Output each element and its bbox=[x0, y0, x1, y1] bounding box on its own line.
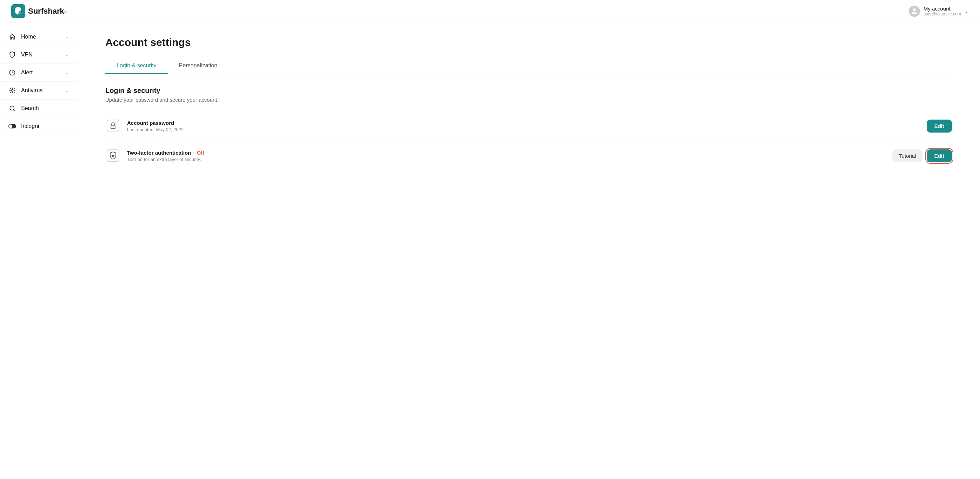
svg-point-3 bbox=[10, 106, 14, 110]
antivirus-icon bbox=[8, 87, 16, 94]
two-factor-subtitle: Turn on for an extra layer of security. bbox=[127, 157, 892, 162]
logo-text: Surfshark bbox=[28, 7, 64, 16]
password-lock-icon bbox=[105, 118, 121, 133]
account-chevron-icon: ⌄ bbox=[964, 8, 969, 14]
home-icon bbox=[8, 33, 16, 41]
sidebar-item-home-label: Home bbox=[21, 34, 36, 40]
alert-chevron-icon: ⌄ bbox=[65, 70, 68, 75]
security-section: Login & security Update your password an… bbox=[105, 87, 952, 170]
tutorial-button[interactable]: Tutorial bbox=[892, 149, 922, 162]
svg-point-2 bbox=[11, 90, 13, 92]
header: Surfshark® My account user@example.com ⌄ bbox=[0, 0, 980, 22]
two-factor-card: Two-factor authentication · Off Turn on … bbox=[105, 141, 952, 170]
password-title: Account password bbox=[127, 120, 927, 126]
sidebar-item-alert-label: Alert bbox=[21, 70, 33, 76]
two-factor-title: Two-factor authentication · Off bbox=[127, 150, 892, 156]
tab-personalization[interactable]: Personalization bbox=[168, 58, 229, 74]
two-factor-shield-icon bbox=[105, 148, 121, 163]
sidebar: Home ⌄ VPN ⌄ Alert ⌄ bbox=[0, 22, 77, 479]
sidebar-item-incogni-label: Incogni bbox=[21, 123, 39, 129]
vpn-chevron-icon: ⌄ bbox=[65, 52, 68, 57]
svg-rect-9 bbox=[107, 150, 119, 162]
sidebar-item-search-label: Search bbox=[21, 105, 39, 111]
home-chevron-icon: ⌄ bbox=[65, 34, 68, 39]
section-subtitle: Update your password and secure your acc… bbox=[105, 97, 952, 103]
sidebar-item-home[interactable]: Home ⌄ bbox=[0, 28, 77, 46]
alert-icon bbox=[8, 69, 16, 76]
main-content: Account settings Login & security Person… bbox=[77, 22, 980, 479]
antivirus-chevron-icon: ⌄ bbox=[65, 88, 68, 93]
search-icon bbox=[8, 105, 16, 112]
sidebar-item-vpn[interactable]: VPN ⌄ bbox=[0, 46, 77, 64]
logo-trademark: ® bbox=[64, 10, 67, 14]
vpn-shield-icon bbox=[8, 51, 16, 59]
account-label: My account bbox=[923, 6, 961, 11]
account-avatar bbox=[909, 6, 920, 17]
password-edit-button[interactable]: Edit bbox=[927, 120, 952, 133]
logo: Surfshark® bbox=[11, 4, 67, 18]
tab-login-security[interactable]: Login & security bbox=[105, 58, 168, 74]
svg-point-8 bbox=[113, 127, 114, 128]
incogni-toggle-icon bbox=[8, 122, 16, 130]
tabs: Login & security Personalization bbox=[105, 58, 952, 74]
page-title: Account settings bbox=[105, 36, 952, 48]
account-email: user@example.com bbox=[923, 11, 961, 16]
two-factor-status: Off bbox=[197, 150, 204, 156]
two-factor-edit-button[interactable]: Edit bbox=[927, 149, 952, 162]
sidebar-item-antivirus[interactable]: Antivirus ⌄ bbox=[0, 82, 77, 100]
svg-point-5 bbox=[9, 124, 12, 128]
sidebar-item-antivirus-label: Antivirus bbox=[21, 87, 43, 94]
app-body: Home ⌄ VPN ⌄ Alert ⌄ bbox=[0, 22, 980, 479]
account-menu[interactable]: My account user@example.com ⌄ bbox=[909, 6, 969, 17]
sidebar-item-incogni[interactable]: Incogni bbox=[0, 117, 77, 135]
account-password-card: Account password Last updated: May 02, 2… bbox=[105, 111, 952, 141]
section-title: Login & security bbox=[105, 87, 952, 95]
password-subtitle: Last updated: May 02, 2022 bbox=[127, 127, 927, 132]
sidebar-item-search[interactable]: Search bbox=[0, 100, 77, 117]
sidebar-item-alert[interactable]: Alert ⌄ bbox=[0, 64, 77, 82]
sidebar-item-vpn-label: VPN bbox=[21, 52, 33, 58]
svg-rect-6 bbox=[107, 120, 119, 132]
surfshark-logo-icon bbox=[11, 4, 25, 18]
